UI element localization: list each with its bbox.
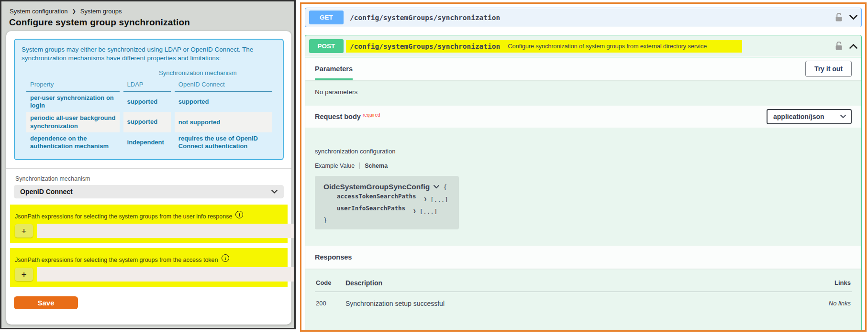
- tab-schema[interactable]: Schema: [365, 163, 388, 169]
- jsonpath-accesstoken-label: JsonPath expressions for selecting the s…: [15, 257, 218, 263]
- model-name: OidcSystemGroupSyncConfig: [323, 183, 430, 191]
- model-property: userInfoSearchPaths ❯ [...]: [337, 205, 448, 215]
- table-row: periodic all-user background synchroniza…: [26, 112, 272, 132]
- property-name: userInfoSearchPaths: [337, 205, 405, 212]
- expand-property-toggle[interactable]: ❯ [...]: [413, 208, 437, 215]
- empty-expression-list: [37, 224, 294, 238]
- column-header-links: Links: [817, 279, 851, 287]
- column-header-openid: OpenID Connect: [175, 78, 272, 92]
- request-body-content: synchronization configuration Example Va…: [305, 128, 861, 239]
- info-icon[interactable]: i: [222, 254, 229, 262]
- highlighted-endpoint-info: /config/systemGroups/synchronization Con…: [346, 40, 742, 53]
- toggle-arrow-icon: ❯: [413, 208, 416, 215]
- content-type-select[interactable]: application/json: [767, 109, 852, 124]
- info-icon[interactable]: i: [235, 211, 243, 218]
- get-endpoint-path: /config/systemGroups/synchronization: [350, 14, 500, 22]
- post-endpoint-path: /config/systemGroups/synchronization: [350, 43, 500, 50]
- close-brace: }: [323, 217, 448, 224]
- add-userinfo-expression-button[interactable]: +: [15, 224, 33, 238]
- tab-separator: [359, 163, 360, 169]
- row-openid-value: requires the use of OpenID Connect authe…: [175, 132, 272, 153]
- breadcrumb-system-groups[interactable]: System groups: [80, 8, 122, 15]
- page-title: Configure system group synchronization: [1, 15, 294, 28]
- tab-parameters[interactable]: Parameters: [315, 57, 353, 80]
- breadcrumb: System configuration ❯ System groups: [1, 1, 294, 15]
- no-parameters-text: No parameters: [305, 80, 861, 106]
- jsonpath-userinfo-section: JsonPath expressions for selecting the s…: [10, 205, 288, 243]
- row-property: per-user synchronization on login: [26, 92, 120, 112]
- breadcrumb-chevron-icon: ❯: [72, 9, 76, 14]
- responses-table: Code Description Links 200 Synchronizati…: [305, 269, 861, 332]
- property-name: accessTokenSearchPaths: [337, 193, 416, 200]
- chevron-down-icon: [434, 185, 439, 189]
- configuration-card: System groups may either be synchronized…: [6, 31, 291, 325]
- divider: [6, 168, 291, 169]
- model-tabs: Example Value Schema: [315, 163, 852, 169]
- system-config-panel: System configuration ❯ System groups Con…: [0, 0, 296, 329]
- response-code: 200: [316, 300, 345, 307]
- request-body-label: Request body: [315, 113, 361, 120]
- request-body-section-header: Request body required application/json: [305, 106, 861, 128]
- property-value: [...]: [430, 196, 448, 203]
- mechanism-select[interactable]: OpenID Connect: [14, 185, 284, 198]
- unlock-icon[interactable]: [835, 13, 843, 22]
- mechanism-select-label: Synchronization mechanism: [15, 175, 284, 182]
- get-endpoint-block: GET /config/systemGroups/synchronization: [305, 8, 862, 27]
- response-row: 200 Synchronization setup successful No …: [315, 292, 852, 310]
- content-type-value: application/json: [773, 113, 824, 120]
- parameters-section-header: Parameters Try it out: [305, 57, 861, 80]
- mechanism-select-value: OpenID Connect: [20, 188, 73, 195]
- breadcrumb-system-configuration[interactable]: System configuration: [10, 8, 67, 15]
- table-group-header: Synchronization mechanism: [123, 67, 272, 78]
- get-endpoint-summary[interactable]: GET /config/systemGroups/synchronization: [305, 8, 861, 27]
- table-row: per-user synchronization on login suppor…: [26, 92, 272, 112]
- post-endpoint-summary[interactable]: POST /config/systemGroups/synchronizatio…: [305, 35, 861, 57]
- post-endpoint-block: POST /config/systemGroups/synchronizatio…: [305, 35, 862, 332]
- jsonpath-accesstoken-section: JsonPath expressions for selecting the s…: [10, 248, 288, 287]
- empty-expression-list: [37, 267, 294, 282]
- column-header-ldap: LDAP: [123, 78, 171, 92]
- response-description: Synchronization setup successful: [345, 300, 817, 307]
- body-description: synchronization configuration: [315, 148, 852, 155]
- model-property: accessTokenSearchPaths ❯ [...]: [337, 193, 448, 203]
- chevron-down-icon: [271, 190, 278, 194]
- table-row: dependence on the authentication mechani…: [26, 132, 272, 153]
- column-header-property: Property: [26, 78, 120, 92]
- save-button[interactable]: Save: [14, 296, 78, 309]
- required-badge: required: [363, 112, 380, 118]
- post-method-badge: POST: [309, 39, 344, 53]
- row-ldap-value: supported: [123, 112, 171, 132]
- chevron-up-icon: [849, 43, 857, 49]
- responses-table-header: Code Description Links: [315, 276, 852, 292]
- schema-model-box: OidcSystemGroupSyncConfig { accessTokenS…: [315, 176, 459, 229]
- row-ldap-value: independent: [123, 132, 171, 153]
- info-box-text: System groups may either be synchronized…: [22, 45, 276, 62]
- tab-example-value[interactable]: Example Value: [315, 163, 355, 169]
- model-title-row[interactable]: OidcSystemGroupSyncConfig {: [323, 183, 448, 191]
- sync-mechanism-table: Synchronization mechanism Property LDAP …: [22, 67, 276, 152]
- get-method-badge: GET: [309, 11, 344, 24]
- expand-property-toggle[interactable]: ❯ [...]: [424, 196, 448, 203]
- column-header-code: Code: [316, 279, 345, 287]
- swagger-api-panel: GET /config/systemGroups/synchronization…: [300, 2, 867, 332]
- toggle-arrow-icon: ❯: [424, 196, 427, 203]
- column-header-description: Description: [345, 279, 817, 287]
- chevron-down-icon: [840, 115, 846, 119]
- row-property: dependence on the authentication mechani…: [26, 132, 120, 153]
- open-brace: {: [443, 184, 447, 191]
- responses-section-header: Responses: [305, 246, 861, 269]
- response-links: No links: [817, 300, 851, 307]
- unlock-icon[interactable]: [835, 42, 843, 51]
- chevron-down-icon: [849, 15, 857, 20]
- row-openid-value: supported: [175, 92, 272, 112]
- jsonpath-userinfo-label: JsonPath expressions for selecting the s…: [15, 213, 232, 220]
- add-accesstoken-expression-button[interactable]: +: [15, 268, 33, 281]
- row-openid-value: not supported: [175, 112, 272, 132]
- property-value: [...]: [420, 208, 438, 215]
- row-ldap-value: supported: [123, 92, 171, 112]
- sync-mechanism-info-box: System groups may either be synchronized…: [14, 39, 284, 160]
- row-property: periodic all-user background synchroniza…: [26, 112, 120, 132]
- post-endpoint-summary-text: Configure synchronization of system grou…: [508, 43, 707, 50]
- try-it-out-button[interactable]: Try it out: [805, 61, 852, 77]
